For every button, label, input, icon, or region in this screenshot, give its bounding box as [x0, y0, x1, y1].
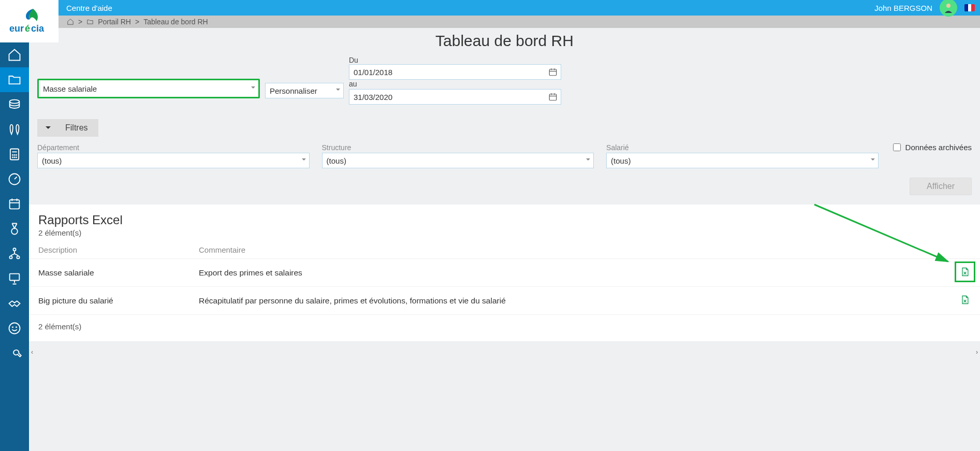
nav-home[interactable]	[0, 42, 29, 67]
folder-icon	[86, 18, 94, 25]
nav-payroll[interactable]	[0, 92, 29, 117]
svg-rect-26	[549, 69, 557, 76]
avatar[interactable]	[940, 0, 957, 17]
col-comment: Commentaire	[199, 245, 940, 254]
crumb-portal[interactable]: Portail RH	[98, 18, 131, 26]
chevron-down-icon	[871, 158, 875, 163]
structure-select[interactable]: (tous)	[322, 153, 594, 168]
reports-count-top: 2 élément(s)	[38, 228, 971, 237]
report-type-select[interactable]: Masse salariale	[37, 79, 260, 98]
label-employee: Salarié	[606, 143, 879, 152]
svg-rect-30	[549, 94, 557, 100]
svg-point-20	[17, 256, 19, 258]
excel-file-icon	[960, 267, 970, 277]
employee-select[interactable]: (tous)	[606, 153, 879, 168]
nav-folder[interactable]	[0, 67, 29, 92]
export-excel-button[interactable]	[959, 294, 971, 305]
svg-point-25	[946, 4, 950, 8]
table-row: Big picture du salarié Récapitulatif par…	[29, 287, 980, 315]
col-description: Description	[38, 245, 199, 254]
export-excel-button[interactable]	[959, 266, 971, 278]
reports-card: Rapports Excel 2 élément(s) Description …	[29, 205, 980, 341]
calendar-icon	[7, 197, 22, 211]
nav-planning[interactable]	[0, 192, 29, 216]
nav-awards[interactable]	[0, 216, 29, 241]
medal-icon	[7, 222, 22, 236]
nav-feedback[interactable]	[0, 316, 29, 341]
logo-icon: eur é cia	[7, 7, 52, 36]
sidebar: eur é cia	[0, 0, 29, 451]
page-title: Tableau de bord RH	[29, 32, 980, 50]
svg-point-7	[14, 155, 14, 155]
calculator-icon	[7, 147, 22, 162]
date-to-input[interactable]: 31/03/2020	[349, 89, 561, 105]
main-content: Tableau de bord RH Masse salariale Perso…	[29, 0, 980, 367]
topbar: Centre d'aide John BERGSON	[0, 0, 980, 16]
nav-presentation[interactable]	[0, 266, 29, 291]
label-from: Du	[349, 56, 561, 64]
svg-point-18	[13, 248, 16, 251]
svg-point-22	[9, 323, 20, 334]
avatar-icon	[942, 2, 955, 14]
chevron-down-icon	[586, 158, 590, 163]
logo[interactable]: eur é cia	[0, 0, 58, 42]
archived-checkbox[interactable]: Données archivées	[891, 142, 972, 168]
locale-flag[interactable]	[964, 4, 975, 11]
nav-org[interactable]	[0, 241, 29, 266]
svg-point-11	[16, 157, 17, 157]
reports-title: Rapports Excel	[38, 213, 971, 227]
svg-point-10	[14, 157, 14, 157]
wrench-icon	[7, 346, 22, 360]
department-select[interactable]: (tous)	[37, 153, 310, 168]
smile-icon	[7, 321, 22, 336]
chevron-down-icon	[251, 86, 255, 91]
coins-icon	[7, 97, 22, 112]
svg-text:cia: cia	[31, 23, 45, 34]
orgchart-icon	[7, 246, 22, 261]
svg-point-24	[16, 327, 17, 327]
home-icon	[7, 48, 22, 62]
svg-point-3	[10, 100, 20, 104]
nav-agreements[interactable]	[0, 291, 29, 316]
home-icon[interactable]	[67, 18, 74, 25]
reports-count-bottom: 2 élément(s)	[29, 315, 980, 338]
scroll-left-icon[interactable]: ‹	[31, 348, 33, 356]
nav-settings[interactable]	[0, 341, 29, 366]
svg-point-6	[12, 155, 13, 155]
period-mode-select[interactable]: Personnaliser	[265, 83, 344, 98]
svg-point-23	[12, 327, 13, 327]
breadcrumb: > Portail RH > Tableau de bord RH	[58, 16, 980, 28]
filters-toggle[interactable]: Filtres	[37, 119, 98, 137]
user-name[interactable]: John BERGSON	[874, 4, 932, 12]
table-header: Description Commentaire	[29, 241, 980, 259]
svg-point-9	[12, 157, 13, 157]
scroll-right-icon[interactable]: ›	[976, 348, 978, 356]
table-row: Masse salariale Export des primes et sal…	[29, 259, 980, 287]
label-to: au	[349, 80, 561, 88]
flipflops-icon	[7, 122, 22, 137]
svg-text:eur: eur	[9, 23, 24, 34]
nav-time[interactable]	[0, 167, 29, 192]
chevron-down-icon	[46, 126, 51, 132]
chevron-down-icon	[302, 158, 306, 163]
folder-icon	[7, 72, 22, 87]
calendar-icon[interactable]	[548, 92, 558, 101]
horizontal-scrollbar[interactable]: ‹ ›	[29, 347, 980, 357]
excel-file-icon	[960, 295, 970, 305]
nav-vacation[interactable]	[0, 117, 29, 142]
svg-point-19	[9, 256, 12, 258]
svg-point-8	[16, 155, 17, 155]
presentation-icon	[7, 271, 22, 286]
crumb-current: Tableau de bord RH	[143, 18, 208, 26]
date-from-input[interactable]: 01/01/2018	[349, 64, 561, 80]
calendar-icon[interactable]	[548, 67, 558, 77]
handshake-icon	[7, 296, 22, 311]
svg-rect-13	[10, 200, 20, 209]
svg-text:é: é	[25, 23, 30, 34]
svg-rect-21	[10, 274, 20, 281]
show-button[interactable]: Afficher	[910, 178, 972, 195]
help-link[interactable]: Centre d'aide	[66, 4, 112, 12]
chevron-down-icon	[336, 89, 340, 93]
nav-calculator[interactable]	[0, 142, 29, 167]
label-department: Département	[37, 143, 310, 152]
